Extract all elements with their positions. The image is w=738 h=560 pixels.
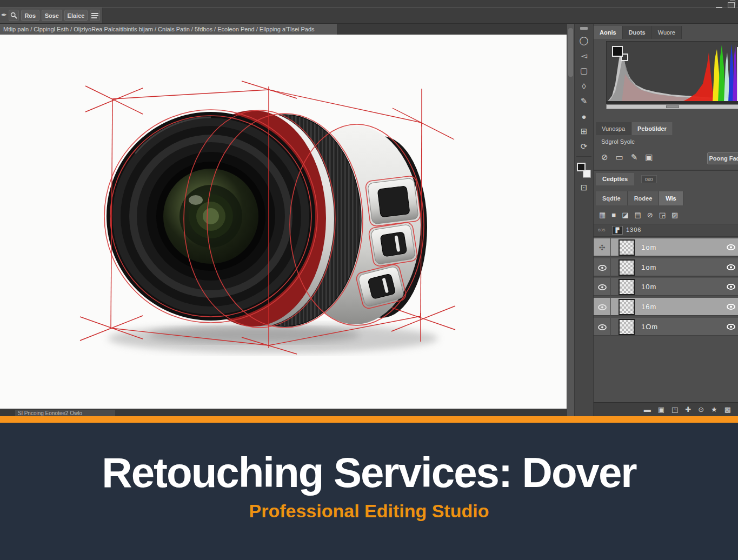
histogram-slider[interactable] xyxy=(606,104,738,109)
window-controls xyxy=(716,2,735,8)
scrollbar-thumb[interactable] xyxy=(568,28,573,77)
visibility-eye-icon[interactable] xyxy=(727,284,735,290)
layer-thumbnail[interactable] xyxy=(619,299,635,315)
layer-row-3[interactable]: 10m xyxy=(594,278,738,296)
search-icon xyxy=(10,12,17,19)
layers-header-row: 605 ▛ 1306 xyxy=(594,224,738,237)
screenshot-root: ✒ Ros Sose Elaice Mtlip paln / Clppingl … xyxy=(0,0,738,560)
layer-thumbnail[interactable] xyxy=(619,239,635,256)
move-lock-icon[interactable]: ◲ xyxy=(659,211,666,219)
tab-vunospa[interactable]: Vunospa xyxy=(596,122,631,135)
layer-thumbnail[interactable] xyxy=(619,259,635,276)
visibility-eye-icon[interactable] xyxy=(727,324,735,330)
swatch-front xyxy=(612,46,623,57)
foreground-color-swatch[interactable] xyxy=(577,163,586,171)
signal-label: Sdgrol Syolc xyxy=(601,138,635,145)
grid-tool-icon[interactable]: ⊞ xyxy=(577,125,590,138)
layer-row-2[interactable]: 1om xyxy=(594,258,738,277)
tray-icon[interactable]: ▣ xyxy=(645,152,653,162)
new-layer-icon[interactable]: ◳ xyxy=(671,405,678,414)
layer-thumbnail[interactable] xyxy=(619,279,635,295)
adjust-panel-tabs: Vunospa Pebotilder xyxy=(596,122,673,135)
tab-wis[interactable]: Wis xyxy=(659,191,683,205)
layer-name[interactable]: 16m xyxy=(641,303,656,311)
minimize-button[interactable] xyxy=(716,7,722,8)
rect-tool-icon[interactable]: ▭ xyxy=(616,152,623,162)
blend-grid-icon[interactable]: ▦ xyxy=(599,211,606,219)
top-bar-divider xyxy=(0,7,738,8)
blur-tool-icon[interactable]: ● xyxy=(577,110,590,123)
pencil-tool-icon[interactable]: ✎ xyxy=(577,95,590,108)
layer-name[interactable]: 1om xyxy=(641,263,656,271)
panel-bottom-bar: ▬ ▣ ◳ ✚ ⊙ ★ ▩ xyxy=(594,402,738,416)
brush-lock-icon[interactable]: ⊘ xyxy=(647,211,653,219)
visibility-eye-icon[interactable] xyxy=(594,318,611,336)
tab-cedpttes[interactable]: Cedpttes xyxy=(596,173,634,185)
marquee-icon[interactable]: ▩ xyxy=(724,405,731,414)
search-button[interactable] xyxy=(9,10,19,21)
tab-sqdtle[interactable]: Sqdtle xyxy=(596,191,628,205)
toolbar-button-ros[interactable]: Ros xyxy=(21,10,39,21)
banner: Retouching Services: Dover Professional … xyxy=(0,423,738,560)
document-canvas[interactable] xyxy=(0,35,567,409)
status-bar: Sl Pncoing Eonotee2 Owlo xyxy=(0,409,567,417)
lock-transparent-icon[interactable]: ◪ xyxy=(622,211,628,219)
banner-title: Retouching Services: Dover xyxy=(0,451,738,495)
marquee-tool-icon[interactable]: ▢ xyxy=(577,64,590,77)
layer-row-1[interactable]: ✣ 1om xyxy=(594,238,738,257)
lasso-tool-icon[interactable]: ◯ xyxy=(577,34,590,47)
adjust-icons-row: ⊘ ▭ ✎ ▣ xyxy=(601,152,653,162)
layer-name[interactable]: 10m xyxy=(641,283,656,291)
canvas-scrollbar[interactable] xyxy=(567,24,574,416)
visibility-eye-icon[interactable] xyxy=(727,264,735,270)
histogram-slider-handle[interactable] xyxy=(666,105,679,108)
color-swatches[interactable] xyxy=(577,163,591,178)
lens-artwork xyxy=(0,35,567,409)
tab-rodee[interactable]: Rodee xyxy=(628,191,660,205)
layer-thumbnail[interactable] xyxy=(619,319,635,335)
lock-position-icon[interactable]: ▤ xyxy=(634,211,641,219)
panel-divider xyxy=(594,170,738,171)
move-tool-icon[interactable]: ◅ xyxy=(577,49,590,62)
tools-column-handle[interactable] xyxy=(580,27,588,30)
tab-duots[interactable]: Duots xyxy=(623,26,652,39)
restore-button[interactable] xyxy=(728,2,735,8)
pen-edit-icon[interactable]: ✎ xyxy=(631,152,638,162)
tab-pebotilder[interactable]: Pebotilder xyxy=(631,122,673,135)
pen-icon[interactable]: ✒ xyxy=(1,11,6,21)
fill-layer-icon[interactable]: ▬ xyxy=(644,405,651,414)
layers-panel-tabs: Sqdtle Rodee Wis xyxy=(596,191,683,205)
layer-name[interactable]: 1om xyxy=(641,243,656,251)
visibility-eye-icon[interactable] xyxy=(727,304,735,310)
visibility-eye-icon[interactable] xyxy=(594,278,611,296)
levels-swatch-icon[interactable] xyxy=(612,46,628,61)
info-panel-tabs: Aonis Duots Wuore xyxy=(594,26,682,39)
move-icon[interactable]: ✚ xyxy=(685,405,691,414)
star-badge-icon[interactable]: ★ xyxy=(711,405,717,414)
visibility-eye-icon[interactable] xyxy=(594,298,611,316)
fill-square-icon[interactable]: ■ xyxy=(611,211,616,219)
breadcrumb[interactable]: Mtlip paln / Clppingl Esth / OljzlyoRea … xyxy=(0,24,338,35)
accent-divider xyxy=(0,416,738,423)
hamburger-menu-button[interactable] xyxy=(90,10,100,21)
layer-row-4[interactable]: 16m xyxy=(594,298,738,316)
toolbar-button-sose[interactable]: Sose xyxy=(42,10,62,21)
channels-chip: 0x0 xyxy=(641,175,657,183)
paths-button[interactable]: Poong Fads xyxy=(707,152,738,164)
mask-mode-icon[interactable]: ⊡ xyxy=(577,181,590,194)
visibility-eye-icon[interactable] xyxy=(727,244,735,250)
tab-aonis[interactable]: Aonis xyxy=(594,26,623,39)
lock-all-icon[interactable]: ▨ xyxy=(671,211,678,219)
rotate-tool-icon[interactable]: ⟳ xyxy=(577,140,590,153)
ellipse-tool-icon[interactable]: ⊘ xyxy=(601,152,608,162)
visibility-eye-icon[interactable] xyxy=(594,258,611,277)
layer-row-5[interactable]: 1Om xyxy=(594,318,738,336)
link-icon[interactable]: ✣ xyxy=(594,238,611,257)
tools-column: ◯ ◅ ▢ ◊ ✎ ● ⊞ ⟳ ⊡ xyxy=(574,24,593,416)
layer-name[interactable]: 1Om xyxy=(641,323,658,331)
search-zoom-icon[interactable]: ⊙ xyxy=(698,405,704,414)
eraser-tool-icon[interactable]: ◊ xyxy=(577,79,590,92)
tab-wuore[interactable]: Wuore xyxy=(652,26,682,39)
duplicate-layer-icon[interactable]: ▣ xyxy=(658,405,664,414)
toolbar-button-elaice[interactable]: Elaice xyxy=(64,10,88,21)
